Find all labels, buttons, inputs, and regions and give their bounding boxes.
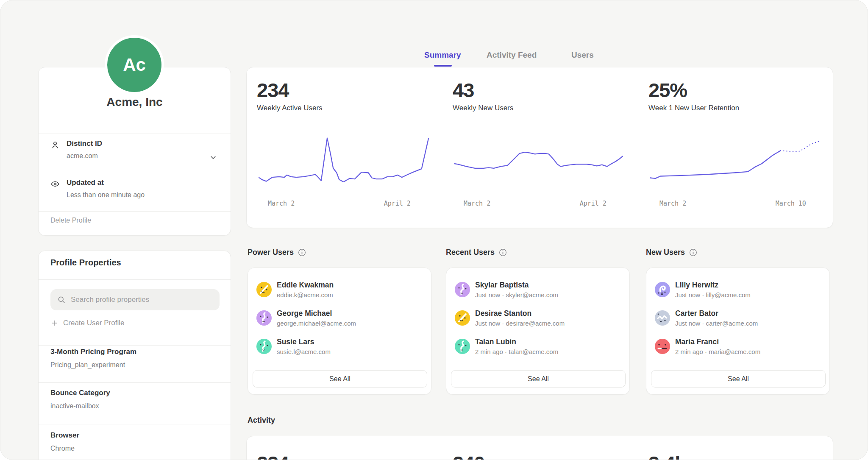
section-title: New Users <box>646 248 685 257</box>
user-avatar <box>455 310 470 326</box>
user-avatar <box>455 339 470 354</box>
see-all-button[interactable]: See All <box>451 370 626 388</box>
user-meta: Just now · skyler@acme.com <box>475 291 558 298</box>
user-meta: susie.l@acme.com <box>277 348 331 355</box>
user-row[interactable]: Talan Lubin 2 min ago · talan@acme.com <box>455 337 622 358</box>
user-row[interactable]: George Michael george.michael@acme.com <box>256 309 423 329</box>
sparkline-weekly-active-users <box>259 130 430 190</box>
plus-icon <box>50 319 58 327</box>
property-value[interactable]: Pricing_plan_experiment <box>50 361 125 369</box>
user-name: George Michael <box>277 309 332 318</box>
stat-weekly-new-users: 43 Weekly New Users March 2 April 2 <box>442 67 638 228</box>
property-name[interactable]: Browser <box>50 431 79 440</box>
section-power-users: Power Users Eddie Kwakman eddie.k@acme.c… <box>248 248 431 257</box>
user-meta: Just now · lilly@acme.com <box>675 291 751 298</box>
x-axis: March 2 April 2 <box>454 200 626 209</box>
user-name: Skylar Baptista <box>475 281 529 290</box>
divider <box>39 134 231 134</box>
company-name: Acme, Inc <box>39 95 231 109</box>
user-name: Lilly Herwitz <box>675 281 718 290</box>
divider <box>39 382 231 383</box>
profile-properties-card: Profile Properties Create User Profile 3… <box>38 251 231 460</box>
power-users-card: Eddie Kwakman eddie.k@acme.com George Mi… <box>248 268 431 395</box>
property-name[interactable]: Bounce Category <box>50 389 110 397</box>
user-row[interactable]: Susie Lars susie.l@acme.com <box>256 337 423 358</box>
x-axis-tick: March 2 <box>659 200 686 207</box>
tab-users[interactable]: Users <box>571 50 594 60</box>
user-name: Maria Franci <box>675 337 719 346</box>
activity-stat-value: 234 <box>257 452 289 460</box>
property-value[interactable]: inactive-mailbox <box>50 402 99 410</box>
x-axis-tick: April 2 <box>384 200 411 207</box>
app-window: Ac Acme, Inc Distinct ID acme.com Update… <box>0 0 868 460</box>
x-axis: March 2 April 2 <box>259 200 430 209</box>
x-axis-tick: March 10 <box>776 200 806 207</box>
delete-profile-button[interactable]: Delete Profile <box>50 217 91 224</box>
x-axis: March 2 March 10 <box>650 200 822 209</box>
user-row[interactable]: Carter Bator Just now · carter@acme.com <box>655 309 822 329</box>
stat-label: Weekly Active Users <box>257 104 323 112</box>
new-users-card: Lilly Herwitz Just now · lilly@acme.com … <box>646 268 830 395</box>
company-avatar-initials: Ac <box>123 55 146 75</box>
user-row[interactable]: Desirae Stanton Just now · desirare@acme… <box>455 309 622 329</box>
info-icon[interactable] <box>499 248 507 256</box>
user-name: Susie Lars <box>277 337 314 346</box>
user-avatar <box>655 282 670 297</box>
user-avatar <box>256 310 272 326</box>
field-label-distinct-id: Distinct ID <box>67 139 102 148</box>
profile-card: Acme, Inc Distinct ID acme.com Updated a… <box>38 67 231 236</box>
chevron-down-icon[interactable] <box>209 153 217 161</box>
divider <box>39 345 231 346</box>
property-value[interactable]: Chrome <box>50 445 75 452</box>
active-tab-underline <box>434 65 452 67</box>
stat-weekly-active-users: 234 Weekly Active Users March 2 April 2 <box>247 67 442 228</box>
user-row[interactable]: Eddie Kwakman eddie.k@acme.com <box>256 281 423 301</box>
field-value-updated-at: Less than one minute ago <box>67 191 145 199</box>
tab-activity-feed[interactable]: Activity Feed <box>487 50 537 60</box>
user-name: Talan Lubin <box>475 337 516 346</box>
property-name[interactable]: 3-Month Pricing Program <box>50 348 136 356</box>
search-profile-properties[interactable] <box>50 289 220 310</box>
x-axis-tick: April 2 <box>580 200 606 207</box>
divider <box>39 172 231 172</box>
user-name: Desirae Stanton <box>475 309 531 318</box>
recent-users-card: Skylar Baptista Just now · skyler@acme.c… <box>446 268 630 395</box>
see-all-button[interactable]: See All <box>253 370 427 388</box>
info-icon[interactable] <box>298 248 306 256</box>
user-name: Carter Bator <box>675 309 718 318</box>
user-row[interactable]: Skylar Baptista Just now · skyler@acme.c… <box>455 281 622 301</box>
stat-value: 234 <box>257 78 289 102</box>
sparkline-week1-retention <box>650 130 822 190</box>
profile-properties-title: Profile Properties <box>50 258 121 268</box>
activity-stat-value: 240 <box>453 452 484 460</box>
eye-icon <box>50 179 60 189</box>
user-meta: 2 min ago · talan@acme.com <box>475 348 558 355</box>
user-avatar <box>256 282 272 297</box>
search-input[interactable] <box>70 295 210 304</box>
user-avatar <box>655 310 670 326</box>
info-icon[interactable] <box>689 248 697 256</box>
tab-summary[interactable]: Summary <box>424 50 461 60</box>
section-new-users: New Users Lilly Herwitz Just now · lilly… <box>646 248 830 257</box>
summary-stats-card: 234 Weekly Active Users March 2 April 2 … <box>246 67 833 228</box>
user-meta: george.michael@acme.com <box>277 320 356 327</box>
stat-week1-retention: 25% Week 1 New User Retention March 2 Ma… <box>638 67 834 228</box>
user-avatar <box>256 339 272 354</box>
company-avatar: Ac <box>107 38 161 92</box>
person-icon <box>50 140 60 150</box>
divider <box>39 424 231 424</box>
user-meta: Just now · desirare@acme.com <box>475 320 565 327</box>
user-meta: 2 min ago · maria@acme.com <box>675 348 760 355</box>
user-meta: Just now · carter@acme.com <box>675 320 758 327</box>
user-avatar <box>455 282 470 297</box>
user-name: Eddie Kwakman <box>277 281 334 290</box>
section-title: Power Users <box>248 248 294 257</box>
user-row[interactable]: Lilly Herwitz Just now · lilly@acme.com <box>655 281 822 301</box>
divider <box>39 211 231 212</box>
divider <box>39 279 231 280</box>
user-row[interactable]: Maria Franci 2 min ago · maria@acme.com <box>655 337 822 358</box>
see-all-button[interactable]: See All <box>651 370 826 388</box>
user-meta: eddie.k@acme.com <box>277 291 333 298</box>
create-user-profile-button[interactable]: Create User Profile <box>50 319 125 327</box>
search-icon <box>57 296 66 304</box>
